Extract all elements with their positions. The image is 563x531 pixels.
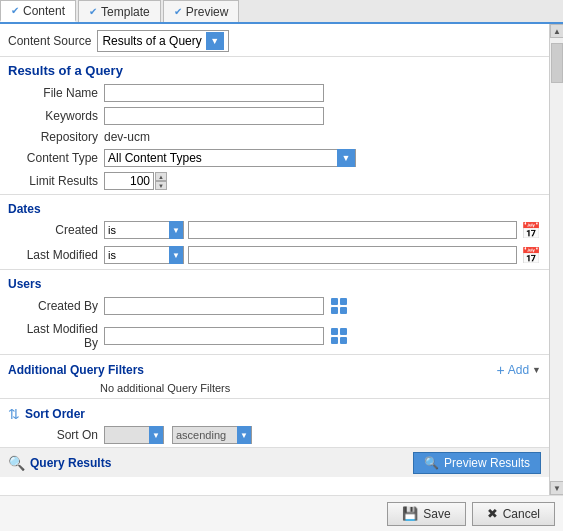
section-title: Results of a Query <box>0 57 549 82</box>
last-modified-calendar-icon[interactable]: 📅 <box>521 245 541 265</box>
last-modified-by-label: Last ModifiedBy <box>8 322 98 350</box>
scrollbar-thumb[interactable] <box>551 43 563 83</box>
preview-results-button[interactable]: 🔍 Preview Results <box>413 452 541 474</box>
preview-results-icon: 🔍 <box>424 456 439 470</box>
repository-row: Repository dev-ucm <box>0 128 549 146</box>
svg-rect-6 <box>331 337 338 344</box>
file-name-input[interactable] <box>104 84 324 102</box>
created-op-select[interactable]: is ▼ <box>104 221 184 239</box>
sort-ascending-select[interactable]: ascending ▼ <box>172 426 252 444</box>
sort-order-section: ⇅ Sort Order <box>0 401 549 424</box>
cancel-label: Cancel <box>503 507 540 521</box>
scrollbar-track <box>550 38 563 481</box>
content-source-select[interactable]: Results of a Query ▼ <box>97 30 228 52</box>
sort-ascending-value: ascending <box>173 429 237 441</box>
limit-results-label: Limit Results <box>8 174 98 188</box>
spin-up-btn[interactable]: ▲ <box>155 172 167 181</box>
content-type-label: Content Type <box>8 151 98 165</box>
last-modified-date-row: Last Modified is ▼ 📅 <box>0 243 549 267</box>
last-modified-by-row: Last ModifiedBy <box>0 320 549 352</box>
limit-results-row: Limit Results ▲ ▼ <box>0 170 549 192</box>
add-plus-icon: + <box>497 362 505 378</box>
sort-on-select[interactable]: ▼ <box>104 426 164 444</box>
content-type-dropdown-btn[interactable]: ▼ <box>337 149 355 167</box>
spin-down-btn[interactable]: ▼ <box>155 181 167 190</box>
limit-results-input[interactable] <box>104 172 154 190</box>
created-op-dropdown-btn[interactable]: ▼ <box>169 221 183 239</box>
created-date-row: Created is ▼ 📅 <box>0 218 549 242</box>
additional-filters-title: Additional Query Filters <box>8 363 497 377</box>
last-modified-date-label: Last Modified <box>8 248 98 262</box>
add-filter-button[interactable]: + Add ▼ <box>497 362 541 378</box>
template-check-icon: ✔ <box>89 6 97 17</box>
content-source-label: Content Source <box>8 34 91 48</box>
created-by-input[interactable] <box>104 297 324 315</box>
tabs-bar: ✔ Content ✔ Template ✔ Preview <box>0 0 563 24</box>
last-modified-by-input[interactable] <box>104 327 324 345</box>
add-label: Add <box>508 363 529 377</box>
scrollbar-down-btn[interactable]: ▼ <box>550 481 563 495</box>
scrollbar[interactable]: ▲ ▼ <box>549 24 563 495</box>
dates-section-title: Dates <box>0 197 549 218</box>
created-calendar-icon[interactable]: 📅 <box>521 220 541 240</box>
content-area: Content Source Results of a Query ▼ Resu… <box>0 24 549 495</box>
content-type-row: Content Type All Content Types ▼ <box>0 147 549 169</box>
sort-on-label: Sort On <box>8 428 98 442</box>
svg-rect-1 <box>340 298 347 305</box>
sort-asc-dropdown-btn[interactable]: ▼ <box>237 426 251 444</box>
save-icon: 💾 <box>402 506 418 521</box>
keywords-label: Keywords <box>8 109 98 123</box>
svg-rect-7 <box>340 337 347 344</box>
query-results-label: Query Results <box>30 456 413 470</box>
keywords-row: Keywords <box>0 105 549 127</box>
tab-content[interactable]: ✔ Content <box>0 0 76 22</box>
additional-filters-row: Additional Query Filters + Add ▼ <box>0 357 549 380</box>
content-source-value: Results of a Query <box>102 34 201 48</box>
preview-results-label: Preview Results <box>444 456 530 470</box>
query-results-icon: 🔍 <box>8 455 25 471</box>
scrollbar-up-btn[interactable]: ▲ <box>550 24 563 38</box>
file-name-label: File Name <box>8 86 98 100</box>
main-container: Content Source Results of a Query ▼ Resu… <box>0 24 563 495</box>
sort-order-title: Sort Order <box>25 407 85 421</box>
file-name-row: File Name <box>0 82 549 104</box>
created-date-input[interactable] <box>188 221 517 239</box>
repository-value: dev-ucm <box>104 130 150 144</box>
sort-on-dropdown-btn[interactable]: ▼ <box>149 426 163 444</box>
created-date-label: Created <box>8 223 98 237</box>
svg-rect-2 <box>331 307 338 314</box>
content-source-dropdown-arrow[interactable]: ▼ <box>206 32 224 50</box>
content-type-select[interactable]: All Content Types ▼ <box>104 149 356 167</box>
add-dropdown-arrow-icon: ▼ <box>532 365 541 375</box>
tab-content-label: Content <box>23 4 65 18</box>
tab-preview[interactable]: ✔ Preview <box>163 0 240 22</box>
last-modified-op-select[interactable]: is ▼ <box>104 246 184 264</box>
last-modified-by-user-icon[interactable] <box>328 325 350 347</box>
last-modified-op-value: is <box>105 249 169 261</box>
svg-rect-4 <box>331 328 338 335</box>
tab-template[interactable]: ✔ Template <box>78 0 161 22</box>
sort-on-row: Sort On ▼ ascending ▼ <box>0 424 549 446</box>
last-modified-op-dropdown-btn[interactable]: ▼ <box>169 246 183 264</box>
svg-rect-0 <box>331 298 338 305</box>
users-section-title: Users <box>0 272 549 293</box>
limit-spinner[interactable]: ▲ ▼ <box>155 172 167 190</box>
created-by-row: Created By <box>0 293 549 319</box>
content-check-icon: ✔ <box>11 5 19 16</box>
last-modified-date-input[interactable] <box>188 246 517 264</box>
cancel-icon: ✖ <box>487 506 498 521</box>
query-results-bar: 🔍 Query Results 🔍 Preview Results <box>0 447 549 477</box>
created-by-user-icon[interactable] <box>328 295 350 317</box>
created-op-value: is <box>105 224 169 236</box>
svg-rect-3 <box>340 307 347 314</box>
save-label: Save <box>423 507 450 521</box>
cancel-button[interactable]: ✖ Cancel <box>472 502 555 526</box>
tab-preview-label: Preview <box>186 5 229 19</box>
keywords-input[interactable] <box>104 107 324 125</box>
no-filters-text: No additional Query Filters <box>0 380 549 396</box>
svg-rect-5 <box>340 328 347 335</box>
save-button[interactable]: 💾 Save <box>387 502 465 526</box>
created-by-label: Created By <box>8 299 98 313</box>
bottom-bar: 💾 Save ✖ Cancel <box>0 495 563 531</box>
sort-icon: ⇅ <box>8 406 20 422</box>
